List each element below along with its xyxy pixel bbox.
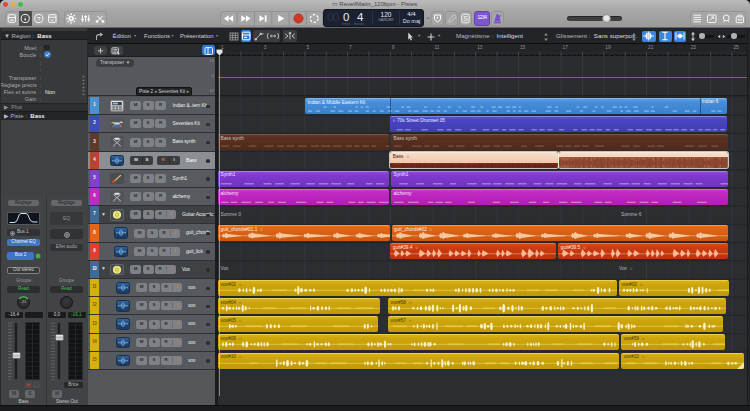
svg-text:S: S [463, 15, 468, 22]
svg-text:?: ? [37, 14, 41, 21]
